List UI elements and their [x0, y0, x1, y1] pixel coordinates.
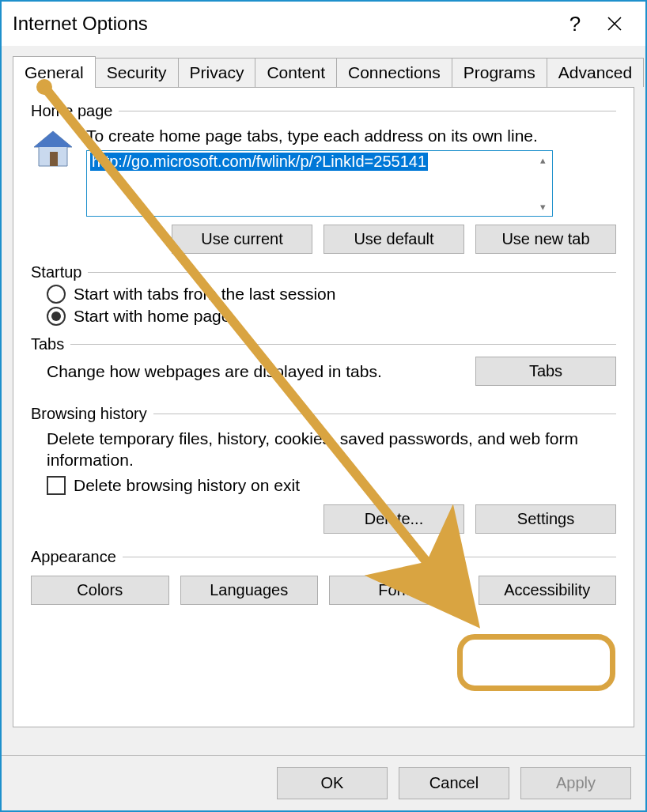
use-current-button[interactable]: Use current	[172, 225, 312, 254]
languages-button[interactable]: Languages	[180, 576, 319, 605]
radio-home-page[interactable]: Start with home page	[47, 307, 616, 326]
tab-strip: General Security Privacy Content Connect…	[13, 55, 634, 87]
window-title: Internet Options	[13, 13, 555, 35]
cancel-button[interactable]: Cancel	[399, 767, 509, 799]
use-new-tab-button[interactable]: Use new tab	[475, 225, 616, 254]
scroll-down-icon[interactable]: ▾	[540, 201, 546, 213]
radio-icon	[47, 307, 66, 326]
close-button[interactable]	[595, 8, 634, 40]
tab-security[interactable]: Security	[95, 58, 179, 87]
history-section: Browsing history Delete temporary files,…	[31, 405, 616, 534]
tab-advanced[interactable]: Advanced	[547, 58, 644, 87]
home-page-url-input[interactable]: http://go.microsoft.com/fwlink/p/?LinkId…	[86, 150, 553, 217]
svg-rect-2	[50, 152, 58, 166]
ok-button[interactable]: OK	[277, 767, 388, 799]
tab-content[interactable]: Content	[255, 58, 337, 87]
delete-on-exit-checkbox[interactable]: Delete browsing history on exit	[47, 476, 616, 495]
checkbox-icon	[47, 476, 66, 495]
history-desc: Delete temporary files, history, cookies…	[31, 428, 616, 471]
appearance-section: Appearance Colors Languages Fonts Access…	[31, 548, 616, 605]
accessibility-button[interactable]: Accessibility	[479, 576, 617, 605]
startup-section: Startup Start with tabs from the last se…	[31, 263, 616, 326]
titlebar: Internet Options ?	[2, 2, 645, 46]
tab-connections[interactable]: Connections	[336, 58, 452, 87]
startup-legend: Startup	[31, 263, 81, 281]
tab-programs[interactable]: Programs	[452, 58, 547, 87]
delete-button[interactable]: Delete...	[324, 504, 464, 534]
colors-button[interactable]: Colors	[31, 576, 169, 605]
apply-button[interactable]: Apply	[520, 767, 631, 799]
home-page-hint: To create home page tabs, type each addr…	[86, 127, 616, 145]
radio-icon	[47, 285, 66, 304]
history-legend: Browsing history	[31, 405, 147, 423]
tabs-section: Tabs Change how webpages are displayed i…	[31, 335, 616, 386]
radio-home-page-label: Start with home page	[74, 307, 230, 326]
radio-last-session[interactable]: Start with tabs from the last session	[47, 285, 616, 304]
tabs-legend: Tabs	[31, 335, 64, 353]
textarea-scrollbar[interactable]: ▴ ▾	[533, 151, 552, 216]
content-area: General Security Privacy Content Connect…	[2, 46, 645, 755]
appearance-legend: Appearance	[31, 548, 116, 566]
tabs-button[interactable]: Tabs	[475, 357, 616, 386]
home-page-url-value: http://go.microsoft.com/fwlink/p/?LinkId…	[90, 153, 428, 171]
tab-privacy[interactable]: Privacy	[178, 58, 256, 87]
delete-on-exit-label: Delete browsing history on exit	[74, 476, 300, 495]
internet-options-window: Internet Options ? General Security Priv…	[0, 0, 647, 812]
home-icon	[31, 127, 75, 171]
tab-general[interactable]: General	[13, 56, 96, 88]
svg-marker-1	[34, 131, 72, 147]
general-panel: Home page To create home page tabs, type…	[13, 87, 634, 727]
dialog-footer: OK Cancel Apply	[2, 755, 645, 810]
help-button[interactable]: ?	[555, 8, 595, 40]
radio-last-session-label: Start with tabs from the last session	[74, 285, 335, 304]
settings-button[interactable]: Settings	[475, 504, 616, 534]
tabs-desc: Change how webpages are displayed in tab…	[31, 362, 475, 381]
home-page-section: Home page To create home page tabs, type…	[31, 102, 616, 254]
use-default-button[interactable]: Use default	[324, 225, 464, 254]
fonts-button[interactable]: Fonts	[329, 576, 467, 605]
home-page-legend: Home page	[31, 102, 112, 120]
scroll-up-icon[interactable]: ▴	[540, 154, 546, 166]
